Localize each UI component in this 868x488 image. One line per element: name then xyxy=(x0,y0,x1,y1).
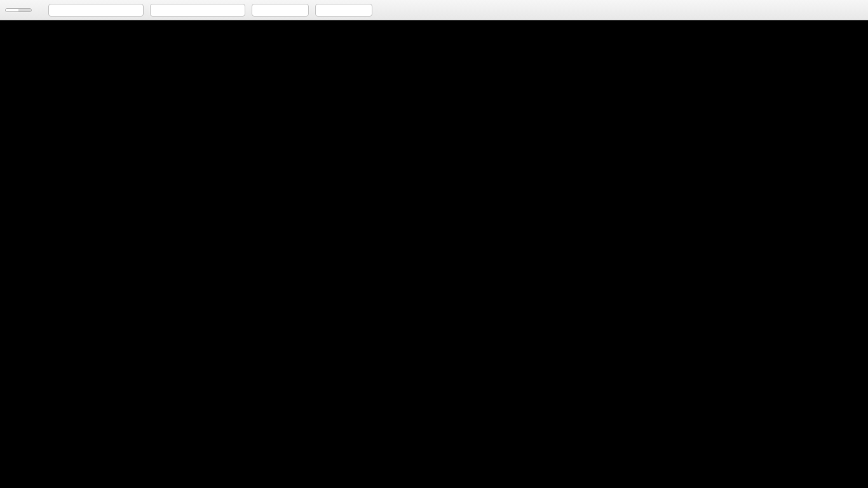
chart-title xyxy=(0,25,868,33)
tab-physical[interactable] xyxy=(6,9,18,11)
filter-signal-input[interactable] xyxy=(315,4,372,17)
tab-logical[interactable] xyxy=(18,9,31,11)
filter-mac-input[interactable] xyxy=(150,4,245,17)
view-toggle[interactable] xyxy=(5,8,32,12)
toolbar xyxy=(0,0,868,20)
chart-section xyxy=(0,20,868,322)
spectrum-chart[interactable] xyxy=(0,33,868,322)
filter-ssid-input[interactable] xyxy=(48,4,144,17)
filter-channel-input[interactable] xyxy=(252,4,309,17)
